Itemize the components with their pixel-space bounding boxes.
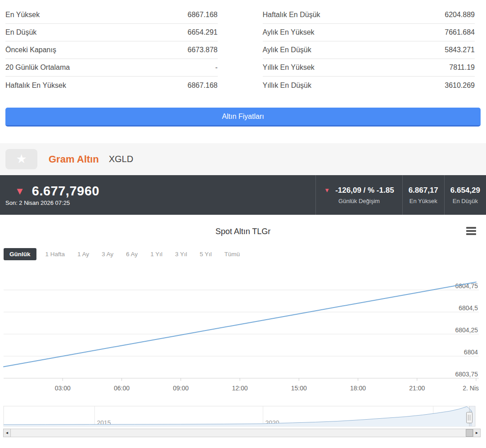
daily-change-value: -126,09 / % -1.85 (335, 186, 394, 195)
chart-title: Spot Altın TLGr (0, 227, 486, 236)
quote-table-right-column: Haftalık En Düşük6204.889Aylık En Yüksek… (263, 6, 475, 94)
quote-row: En Yüksek6867.168 (5, 6, 218, 24)
quote-row-value: 5843.271 (445, 46, 475, 54)
quote-row-label: Haftalık En Düşük (263, 11, 320, 19)
day-high-value: 6.867,17 (409, 186, 438, 195)
navigator-handle[interactable] (467, 412, 472, 423)
scrollbar-right-arrow[interactable]: ► (473, 429, 481, 437)
x-tick-label: 09:00 (173, 385, 189, 392)
current-price: 6.677,7960 (32, 184, 99, 199)
ticker-price-section: ▼ 6.677,7960 Son: 2 Nisan 2026 07:25 (0, 175, 315, 215)
star-icon: ★ (16, 153, 27, 165)
scrollbar-left-arrow[interactable]: ◄ (3, 429, 11, 437)
quote-row-value: 6654.291 (188, 28, 218, 36)
ticker-low-section: 6.654,29 En Düşük (444, 175, 486, 215)
tab-tümü[interactable]: Tümü (218, 248, 246, 260)
quote-row-label: Aylık En Yüksek (263, 28, 315, 36)
ticker-change-section: ▼ -126,09 / % -1.85 Günlük Değişim (315, 175, 402, 215)
tab-1-ay[interactable]: 1 Ay (71, 248, 95, 260)
instrument-header: ★ Gram Altın XGLD (0, 143, 486, 175)
quote-table-left-column: En Yüksek6867.168En Düşük6654.291Önceki … (5, 6, 218, 94)
y-tick-label: 6804,5 (459, 304, 478, 312)
quote-row: Aylık En Yüksek7661.684 (263, 24, 475, 41)
instrument-name: Gram Altın (49, 154, 99, 165)
page: En Yüksek6867.168En Düşük6654.291Önceki … (0, 0, 486, 437)
quote-row-value: 6204.889 (445, 11, 475, 19)
x-tick-label: 03:00 (55, 385, 71, 392)
quote-row: Aylık En Düşük5843.271 (263, 41, 475, 59)
quote-row-value: 7661.684 (445, 28, 475, 36)
last-update-text: Son: 2 Nisan 2026 07:25 (5, 199, 315, 206)
tab-1-hafta[interactable]: 1 Hafta (39, 248, 72, 260)
range-tabs: Günlük1 Hafta1 Ay3 Ay6 Ay1 Yıl3 Yıl5 Yıl… (4, 248, 486, 260)
quote-row-value: 3610.269 (445, 81, 475, 90)
day-low-label: En Düşük (453, 198, 478, 204)
quote-row: 20 Günlük Ortalama- (5, 59, 218, 77)
x-tick-label: 21:00 (409, 385, 425, 392)
favorite-button[interactable]: ★ (5, 149, 37, 169)
quote-row: Yıllık En Düşük3610.269 (263, 77, 475, 94)
scrollbar-thumb[interactable] (466, 429, 473, 437)
quote-row-label: Aylık En Düşük (263, 46, 311, 54)
chart-scrollbar: ◄ ► (3, 429, 481, 437)
quote-row: Önceki Kapanış6673.878 (5, 41, 218, 59)
quote-row: Haftalık En Düşük6204.889 (263, 6, 475, 24)
hamburger-menu-icon[interactable] (466, 227, 476, 235)
chart-card: Spot Altın TLGr Günlük1 Hafta1 Ay3 Ay6 A… (0, 215, 486, 437)
quote-row-label: Yıllık En Düşük (263, 81, 311, 90)
quote-row-label: En Düşük (5, 28, 36, 36)
scrollbar-track[interactable] (11, 429, 473, 437)
x-tick-label: 18:00 (350, 385, 366, 392)
down-triangle-icon: ▼ (15, 186, 25, 196)
tab-3-yıl[interactable]: 3 Yıl (169, 248, 194, 260)
x-tick-label: 2. Nis (463, 385, 479, 392)
quote-row-label: En Yüksek (5, 11, 40, 19)
day-low-value: 6.654,29 (450, 186, 480, 195)
x-tick-label: 12:00 (232, 385, 248, 392)
price-ticker-bar: ▼ 6.677,7960 Son: 2 Nisan 2026 07:25 ▼ -… (0, 175, 486, 215)
down-triangle-icon: ▼ (324, 187, 330, 193)
quote-row-value: - (215, 63, 217, 72)
quote-row-value: 6867.168 (188, 81, 218, 90)
price-line-chart[interactable]: 03:0006:0009:0012:0015:0018:0021:002. Ni… (0, 266, 486, 396)
y-tick-label: 6803,75 (455, 371, 478, 378)
y-tick-label: 6804 (464, 348, 478, 356)
chart-navigator[interactable]: 201520202025 (0, 403, 486, 429)
quote-row-label: Yıllık En Yüksek (263, 63, 315, 72)
quote-row-label: 20 Günlük Ortalama (5, 63, 70, 72)
quote-row-label: Haftalık En Yüksek (5, 81, 66, 90)
quote-summary-table: En Yüksek6867.168En Düşük6654.291Önceki … (0, 0, 486, 94)
instrument-code: XGLD (109, 154, 133, 164)
quote-row-label: Önceki Kapanış (5, 46, 56, 54)
tab-3-ay[interactable]: 3 Ay (95, 248, 120, 260)
tab-5-yıl[interactable]: 5 Yıl (194, 248, 218, 260)
quote-row: Haftalık En Yüksek6867.168 (5, 77, 218, 94)
tab-6-ay[interactable]: 6 Ay (120, 248, 144, 260)
altin-fiyatlari-button[interactable]: Altın Fiyatları (5, 108, 481, 127)
quote-row-value: 7811.19 (449, 63, 475, 72)
tab-1-yıl[interactable]: 1 Yıl (144, 248, 169, 260)
tab-günlük[interactable]: Günlük (4, 248, 36, 260)
y-tick-label: 6804,25 (455, 326, 478, 334)
navigator-area-fill (4, 407, 472, 426)
quote-row-value: 6673.878 (188, 46, 218, 54)
ticker-high-section: 6.867,17 En Yüksek (402, 175, 444, 215)
day-high-label: En Yüksek (410, 198, 437, 204)
x-tick-label: 06:00 (114, 385, 130, 392)
x-tick-label: 15:00 (291, 385, 307, 392)
quote-row: En Düşük6654.291 (5, 24, 218, 41)
price-series-line (4, 282, 476, 367)
daily-change-label: Günlük Değişim (338, 198, 380, 204)
quote-row: Yıllık En Yüksek7811.19 (263, 59, 475, 77)
quote-row-value: 6867.168 (188, 11, 218, 19)
